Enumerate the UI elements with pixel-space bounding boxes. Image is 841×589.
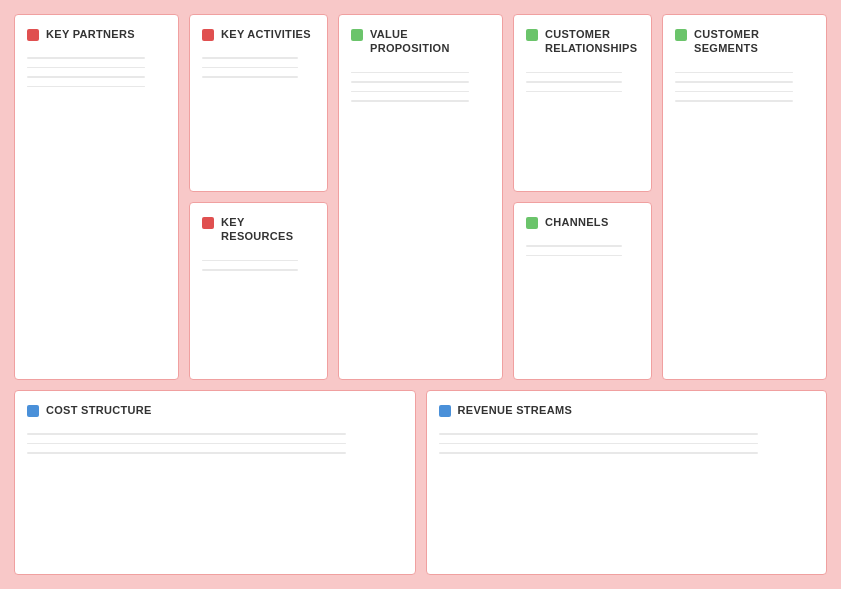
line	[675, 81, 793, 83]
indicator-cost-structure	[27, 405, 39, 417]
card-customer-segments: CUSTOMER SEGMENTS	[662, 14, 827, 380]
lines-revenue-streams	[439, 433, 815, 454]
line	[526, 245, 622, 247]
line	[526, 255, 622, 257]
lines-key-partners	[27, 57, 166, 87]
label-cost-structure: COST STRUCTURE	[46, 403, 152, 417]
indicator-customer-segments	[675, 29, 687, 41]
canvas: KEY PARTNERS KEY ACTIVITIES	[14, 14, 827, 575]
label-key-resources: KEY RESOURCES	[221, 215, 315, 244]
line	[27, 86, 145, 88]
card-key-activities: KEY ACTIVITIES	[189, 14, 328, 192]
line	[27, 433, 346, 435]
line	[27, 443, 346, 445]
indicator-key-partners	[27, 29, 39, 41]
indicator-customer-relationships	[526, 29, 538, 41]
line	[351, 81, 469, 83]
line	[27, 67, 145, 69]
line	[351, 100, 469, 102]
line	[675, 72, 793, 74]
card-customer-relationships: CUSTOMER RELATIONSHIPS	[513, 14, 652, 192]
line	[202, 269, 298, 271]
card-title-key-activities: KEY ACTIVITIES	[202, 27, 315, 41]
label-customer-segments: CUSTOMER SEGMENTS	[694, 27, 814, 56]
line	[202, 76, 298, 78]
card-value-proposition: VALUE PROPOSITION	[338, 14, 503, 380]
line	[675, 100, 793, 102]
line	[675, 91, 793, 93]
line	[202, 260, 298, 262]
card-title-revenue-streams: REVENUE STREAMS	[439, 403, 815, 417]
lines-channels	[526, 245, 639, 256]
col-relationships-channels: CUSTOMER RELATIONSHIPS CHANNELS	[513, 14, 652, 380]
card-title-cost-structure: COST STRUCTURE	[27, 403, 403, 417]
line	[27, 76, 145, 78]
card-title-channels: CHANNELS	[526, 215, 639, 229]
lines-value-proposition	[351, 72, 490, 102]
card-channels: CHANNELS	[513, 202, 652, 380]
card-title-value-proposition: VALUE PROPOSITION	[351, 27, 490, 56]
line	[439, 452, 758, 454]
lines-customer-segments	[675, 72, 814, 102]
line	[439, 433, 758, 435]
bottom-section: COST STRUCTURE REVENUE STREAMS	[14, 390, 827, 575]
line	[526, 72, 622, 74]
col-activities-resources: KEY ACTIVITIES KEY RESOURCES	[189, 14, 328, 380]
label-revenue-streams: REVENUE STREAMS	[458, 403, 573, 417]
card-title-key-partners: KEY PARTNERS	[27, 27, 166, 41]
indicator-channels	[526, 217, 538, 229]
line	[27, 452, 346, 454]
card-title-customer-relationships: CUSTOMER RELATIONSHIPS	[526, 27, 639, 56]
label-channels: CHANNELS	[545, 215, 609, 229]
lines-key-activities	[202, 57, 315, 78]
lines-customer-relationships	[526, 72, 639, 93]
line	[351, 91, 469, 93]
line	[202, 57, 298, 59]
line	[439, 443, 758, 445]
lines-cost-structure	[27, 433, 403, 454]
label-key-activities: KEY ACTIVITIES	[221, 27, 311, 41]
line	[526, 91, 622, 93]
card-cost-structure: COST STRUCTURE	[14, 390, 416, 575]
indicator-key-activities	[202, 29, 214, 41]
line	[351, 72, 469, 74]
line	[27, 57, 145, 59]
line	[526, 81, 622, 83]
indicator-value-proposition	[351, 29, 363, 41]
indicator-key-resources	[202, 217, 214, 229]
card-key-resources: KEY RESOURCES	[189, 202, 328, 380]
label-customer-relationships: CUSTOMER RELATIONSHIPS	[545, 27, 639, 56]
card-title-key-resources: KEY RESOURCES	[202, 215, 315, 244]
line	[202, 67, 298, 69]
lines-key-resources	[202, 260, 315, 271]
indicator-revenue-streams	[439, 405, 451, 417]
card-title-customer-segments: CUSTOMER SEGMENTS	[675, 27, 814, 56]
card-key-partners: KEY PARTNERS	[14, 14, 179, 380]
label-key-partners: KEY PARTNERS	[46, 27, 135, 41]
card-revenue-streams: REVENUE STREAMS	[426, 390, 828, 575]
label-value-proposition: VALUE PROPOSITION	[370, 27, 490, 56]
top-section: KEY PARTNERS KEY ACTIVITIES	[14, 14, 827, 380]
